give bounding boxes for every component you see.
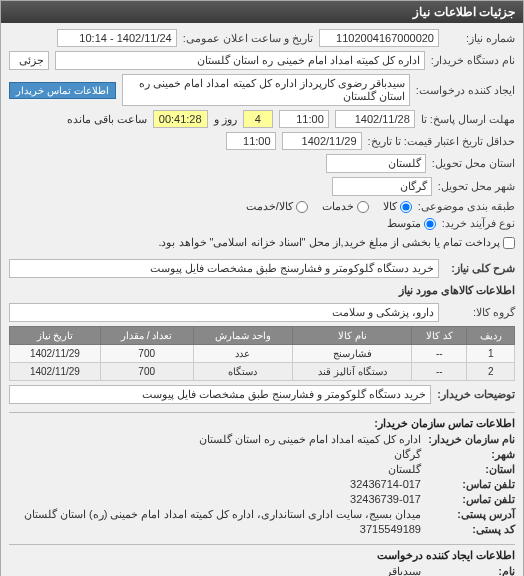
items-table: ردیف کد کالا نام کالا واحد شمارش تعداد /… — [9, 326, 515, 381]
col-name: نام کالا — [293, 327, 412, 345]
deadline-label: مهلت ارسال پاسخ: تا — [421, 113, 515, 126]
partial-field: جزئی — [9, 51, 49, 70]
col-date: تاریخ نیاز — [10, 327, 101, 345]
days-left-suffix: روز و — [214, 113, 237, 126]
validity-date-field: 1402/11/29 — [282, 132, 362, 150]
window: جزئیات اطلاعات نیاز شماره نیاز: 11020041… — [0, 0, 524, 576]
titlebar: جزئیات اطلاعات نیاز — [1, 1, 523, 23]
city-label: شهر محل تحویل: — [438, 180, 515, 193]
group-field: دارو، پزشکی و سلامت — [9, 303, 439, 322]
buyer-note-label: توضیحات خریدار: — [437, 388, 515, 401]
validity-label: حداقل تاریخ اعتبار قیمت: تا تاریخ: — [368, 135, 515, 148]
contact-buyer-button[interactable]: اطلاعات تماس خریدار — [9, 82, 116, 99]
radio-mid-input[interactable] — [424, 218, 436, 230]
pub-field: 1402/11/24 - 10:14 — [57, 29, 177, 47]
group-label: گروه کالا: — [445, 306, 515, 319]
buyer-note-field: خرید دستگاه گلوکومتر و فشارسنج طبق مشخصا… — [9, 385, 431, 404]
time-left-suffix: ساعت باقی مانده — [67, 113, 147, 126]
radio-mid[interactable]: متوسط — [387, 217, 436, 230]
desc-field: خرید دستگاه گلوکومتر و فشارسنج طبق مشخصا… — [9, 259, 439, 278]
req-creator-section: اطلاعات ایجاد کننده درخواست نام:سیدباقر … — [9, 544, 515, 576]
radio-kala-input[interactable] — [400, 201, 412, 213]
radio-kala-khadamat[interactable]: کالا/خدمت — [246, 200, 308, 213]
radio-khadamat[interactable]: خدمات — [322, 200, 369, 213]
pub-label: تاریخ و ساعت اعلان عمومی: — [183, 32, 313, 45]
deadline-time-field: 11:00 — [279, 110, 329, 128]
table-row: 1 -- فشارسنج عدد 700 1402/11/29 — [10, 345, 515, 363]
org-contact-section: اطلاعات تماس سازمان خریدار: نام سازمان خ… — [9, 412, 515, 536]
city-field: گرگان — [332, 177, 432, 196]
items-section-title: اطلاعات کالاهای مورد نیاز — [9, 284, 515, 299]
validity-time-field: 11:00 — [226, 132, 276, 150]
table-header-row: ردیف کد کالا نام کالا واحد شمارش تعداد /… — [10, 327, 515, 345]
req-creator-title: اطلاعات ایجاد کننده درخواست — [9, 549, 515, 562]
province-label: استان محل تحویل: — [432, 157, 515, 170]
buyer-dev-label: نام دستگاه خریدار: — [431, 54, 515, 67]
days-left-field: 4 — [243, 110, 273, 128]
check-treasury-input[interactable] — [503, 237, 515, 249]
check-treasury[interactable]: پرداخت تمام یا بخشی از مبلغ خرید,از محل … — [158, 236, 515, 249]
col-qty: تعداد / مقدار — [100, 327, 193, 345]
buyer-dev-field: اداره کل کمیته امداد امام خمینی ره استان… — [55, 51, 425, 70]
req-no-label: شماره نیاز: — [445, 32, 515, 45]
radio-kala[interactable]: کالا — [383, 200, 412, 213]
table-row: 2 -- دستگاه آنالیز قند دستگاه 700 1402/1… — [10, 363, 515, 381]
time-left-field: 00:41:28 — [153, 110, 208, 128]
category-label: طبقه بندی موضوعی: — [418, 200, 515, 213]
proc-label: نوع فرآیند خرید: — [442, 217, 515, 230]
window-title: جزئیات اطلاعات نیاز — [413, 5, 515, 19]
deadline-date-field: 1402/11/28 — [335, 110, 415, 128]
col-code: کد کالا — [412, 327, 467, 345]
req-no-field: 1102004167000020 — [319, 29, 439, 47]
radio-kk-input[interactable] — [296, 201, 308, 213]
desc-label: شرح کلی نیاز: — [445, 262, 515, 275]
creator-label: ایجاد کننده درخواست: — [416, 84, 515, 97]
radio-khadamat-input[interactable] — [357, 201, 369, 213]
org-contact-title: اطلاعات تماس سازمان خریدار: — [9, 417, 515, 430]
col-row: ردیف — [467, 327, 515, 345]
creator-field: سیدباقر رضوی کارپرداز اداره کل کمیته امد… — [122, 74, 410, 106]
province-field: گلستان — [326, 154, 426, 173]
col-unit: واحد شمارش — [193, 327, 293, 345]
content-area: شماره نیاز: 1102004167000020 تاریخ و ساع… — [1, 23, 523, 576]
